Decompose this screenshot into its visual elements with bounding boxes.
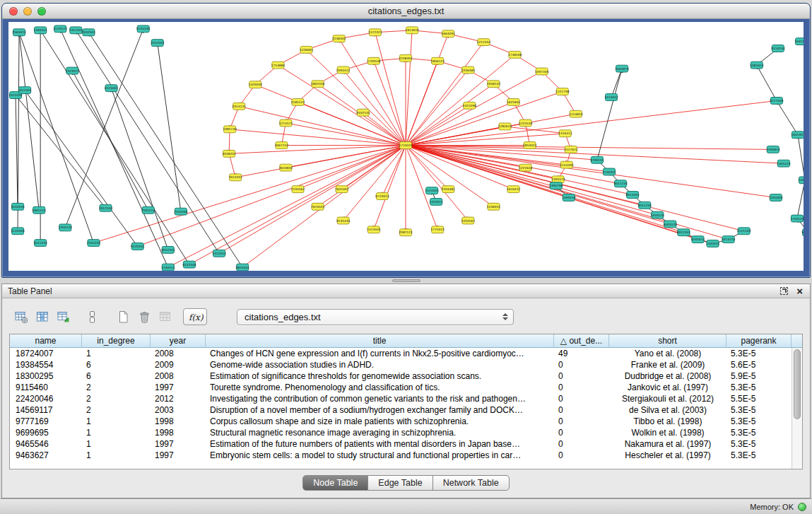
graph-node[interactable]: 1616412 (507, 186, 520, 193)
graph-node[interactable]: 4121103 (737, 228, 751, 235)
graph-node[interactable]: 8913401 (626, 192, 640, 199)
graph-node[interactable]: 6799191 (590, 156, 604, 163)
graph-node[interactable]: 2204567 (461, 217, 475, 224)
graph-node[interactable]: 7312341 (69, 27, 83, 34)
graph-node[interactable]: 1321098 (463, 102, 476, 109)
graph-node[interactable]: 6713001 (801, 229, 804, 236)
graph-node[interactable]: 1412053 (212, 250, 225, 257)
tab-network-table[interactable]: Network Table (433, 475, 510, 491)
graph-edge[interactable] (168, 146, 406, 268)
graph-edge[interactable] (406, 134, 565, 146)
graph-edge[interactable] (798, 135, 804, 180)
graph-node[interactable]: 3067152 (275, 142, 288, 149)
graph-edge[interactable] (406, 54, 515, 145)
new-document-button[interactable] (112, 307, 134, 327)
graph-edge[interactable] (406, 146, 773, 150)
table-row[interactable]: 969969511998Structural magnetic resonanc… (10, 427, 792, 438)
graph-edge[interactable] (235, 146, 406, 177)
table-row[interactable]: 1938455462009Genome-wide association stu… (10, 359, 792, 370)
window-titlebar[interactable]: citations_edges.txt (2, 4, 810, 19)
graph-edge[interactable] (25, 90, 138, 247)
graph-node[interactable]: 7623331 (229, 174, 242, 181)
graph-node[interactable]: 1985730 (223, 126, 237, 133)
graph-node[interactable]: 1420049 (249, 81, 262, 88)
graph-node[interactable]: 9135240 (136, 25, 150, 33)
table-row[interactable]: 2242004622012Investigating the contribut… (10, 393, 792, 404)
graph-node[interactable]: 1097349 (535, 68, 548, 75)
graph-node[interactable]: 1709546 (367, 57, 380, 64)
graph-node[interactable]: 5011234 (34, 240, 47, 247)
table-row[interactable]: 1830029562008Estimation of significance … (10, 370, 792, 382)
graph-node[interactable]: 1226061 (300, 47, 313, 54)
network-selector[interactable]: citations_edges.txt (237, 309, 514, 325)
graph-node[interactable]: 6719023 (375, 193, 389, 200)
graph-node[interactable]: 3610832 (279, 164, 293, 171)
graph-node[interactable]: 1453011 (430, 198, 443, 205)
graph-edge[interactable] (112, 88, 168, 250)
graph-node[interactable]: 9012341 (161, 246, 175, 253)
graph-edge[interactable] (406, 146, 776, 198)
graph-edge[interactable] (19, 33, 93, 243)
graph-node[interactable]: 1572321 (368, 29, 382, 36)
graph-node[interactable]: 1034120 (651, 211, 664, 218)
graph-node[interactable]: 2185123 (291, 98, 305, 105)
graph-edge[interactable] (138, 146, 406, 247)
column-header-in_degree[interactable]: in_degree (82, 334, 151, 348)
graph-node[interactable]: 2206485 (461, 66, 475, 74)
graph-edge[interactable] (230, 129, 406, 146)
graph-node[interactable]: 2063024 (12, 29, 25, 36)
graph-node[interactable]: 1395796 (549, 182, 563, 189)
graph-node[interactable]: 5901513 (33, 206, 46, 214)
graph-node[interactable]: 1281610 (498, 123, 512, 130)
graph-edge[interactable] (65, 29, 143, 228)
graph-node[interactable]: 1664091 (442, 30, 455, 37)
graph-node[interactable]: 2032941 (82, 29, 95, 36)
graph-node[interactable]: 1595813 (766, 146, 779, 153)
graph-node[interactable]: 2094412 (336, 66, 350, 74)
graph-node[interactable]: 9277440 (770, 97, 783, 104)
graph-node[interactable]: 1513445 (367, 226, 380, 233)
graph-node[interactable]: 1853024 (523, 142, 536, 149)
table-row[interactable]: 946554611997Estimation of the future num… (10, 438, 792, 450)
graph-node[interactable]: 1221640 (519, 164, 532, 171)
graph-node[interactable]: 1240511 (161, 264, 175, 271)
graph-node[interactable]: 1154490 (560, 161, 573, 168)
scrollbar-thumb[interactable] (794, 349, 801, 419)
graph-node[interactable]: 2053131 (233, 103, 246, 110)
graph-node[interactable]: 1513445 (425, 187, 439, 194)
graph-node[interactable]: 1203305 (769, 194, 782, 201)
graph-node[interactable]: 1748508 (508, 51, 522, 58)
graph-node[interactable]: 7619441 (311, 203, 324, 210)
graph-edge[interactable] (76, 30, 219, 254)
graph-node[interactable]: 1221798 (555, 88, 569, 95)
graph-edge[interactable] (255, 85, 406, 146)
graph-node[interactable]: 9011234 (613, 180, 627, 187)
graph-node[interactable]: 1664879 (616, 65, 629, 72)
graph-edge[interactable] (374, 61, 406, 145)
graph-edge[interactable] (777, 100, 798, 134)
graph-node[interactable]: 9245012 (691, 236, 705, 243)
graph-edge[interactable] (406, 146, 620, 184)
graph-node[interactable]: 1224549 (519, 119, 532, 127)
graph-edge[interactable] (406, 92, 563, 146)
graph-node[interactable]: 1724045 (399, 142, 412, 149)
vertical-scrollbar[interactable] (792, 348, 802, 469)
graph-edge[interactable] (597, 69, 622, 160)
graph-node[interactable]: 1212454 (477, 39, 490, 46)
delete-button[interactable] (134, 307, 155, 327)
graph-node[interactable]: 1405123 (777, 160, 790, 167)
graph-node[interactable]: 1806123 (431, 57, 445, 64)
graph-node[interactable]: 1230341 (602, 168, 616, 175)
tab-node-table[interactable]: Node Table (302, 475, 368, 491)
graph-node[interactable]: 2204481 (442, 186, 455, 193)
graph-node[interactable]: 1625831 (507, 98, 520, 105)
graph-node[interactable]: 1775012 (431, 226, 445, 233)
table-options-button[interactable] (11, 307, 32, 327)
graph-node[interactable]: 2087123 (399, 229, 412, 236)
graph-node[interactable]: 1641203 (794, 38, 804, 45)
graph-node[interactable]: 8012341 (677, 229, 690, 236)
splitter-grip-icon[interactable] (392, 279, 420, 282)
graph-edge[interactable] (757, 65, 777, 100)
column-header-pagerank[interactable]: pagerank (726, 334, 792, 348)
graph-node[interactable]: 2505213 (141, 206, 155, 214)
